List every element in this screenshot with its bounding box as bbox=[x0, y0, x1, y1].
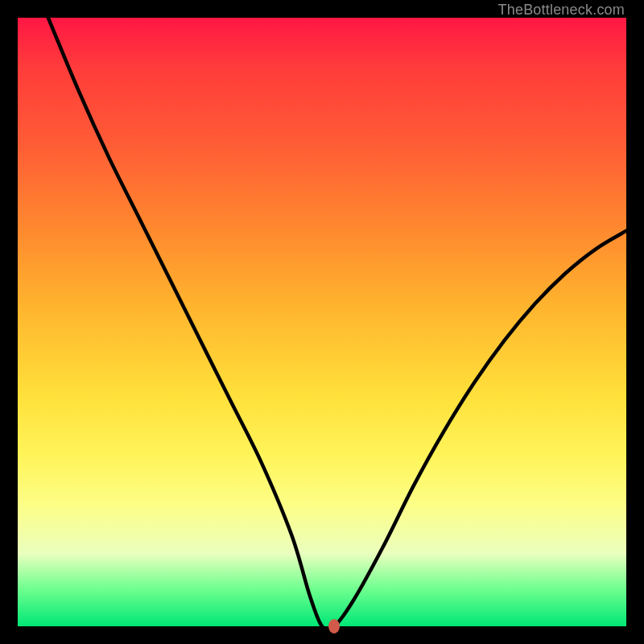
chart-frame: TheBottleneck.com bbox=[0, 0, 644, 644]
bottleneck-curve bbox=[48, 18, 626, 626]
curve-svg bbox=[18, 18, 626, 626]
min-marker bbox=[328, 619, 340, 634]
watermark-label: TheBottleneck.com bbox=[498, 2, 625, 19]
plot-area bbox=[18, 18, 626, 626]
